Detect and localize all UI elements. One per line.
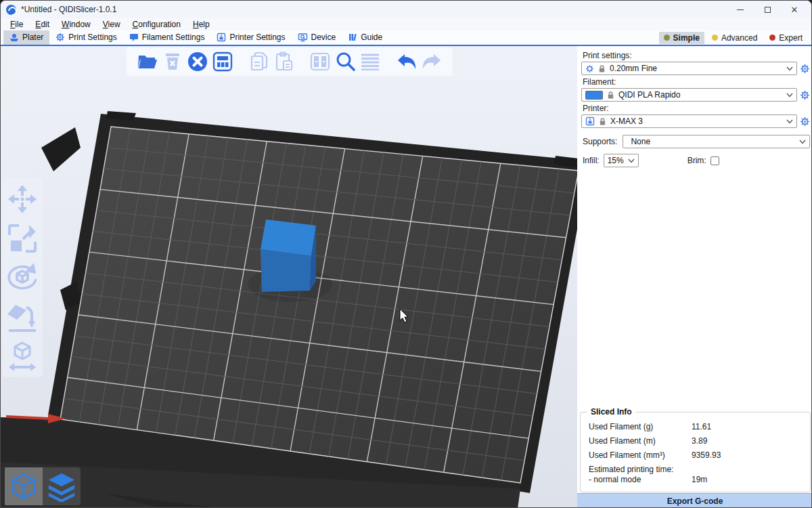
sliced-row-used-m: Used Filament (m) 3.89 [589, 433, 803, 448]
rotate-button[interactable] [6, 262, 39, 293]
mode-expert[interactable]: Expert [765, 32, 807, 44]
brim-checkbox[interactable] [710, 156, 719, 165]
window-title: *Untitled - QIDISlicer-1.0.1 [21, 5, 116, 14]
chevron-down-icon [786, 66, 793, 71]
tab-guide[interactable]: Guide [342, 30, 388, 45]
menu-edit[interactable]: Edit [30, 19, 55, 30]
plater-icon [9, 33, 19, 42]
model-cube[interactable] [261, 219, 316, 292]
layers-list-button[interactable] [359, 50, 382, 73]
split-view-button[interactable] [309, 50, 332, 73]
tab-device[interactable]: Device [292, 30, 342, 45]
layers-stack-icon [46, 471, 77, 502]
infill-value: 15% [608, 156, 624, 165]
mode-simple[interactable]: Simple [659, 32, 704, 44]
close-button[interactable]: ✕ [783, 2, 806, 17]
view-mode-switcher [5, 467, 81, 505]
transform-toolbar [2, 178, 43, 377]
chevron-down-icon [628, 158, 635, 163]
search-button[interactable] [334, 50, 357, 73]
simple-dot-icon [664, 35, 670, 41]
measure-icon [6, 340, 39, 373]
split-view-icon [310, 51, 330, 72]
menu-bar: File Edit Window View Configuration Help [1, 18, 811, 30]
app-logo-icon [6, 5, 16, 15]
tab-filament-settings[interactable]: Filament Settings [123, 30, 211, 45]
filament-color-swatch [585, 91, 603, 100]
chevron-down-icon [786, 93, 793, 98]
menu-file[interactable]: File [5, 19, 28, 30]
settings-panel: Print settings: 0.20mm Fine Filament: QI… [577, 46, 812, 508]
delete-button[interactable] [161, 50, 184, 73]
mode-switcher: Simple Advanced Expert [659, 32, 811, 44]
tab-plater[interactable]: Plater [3, 30, 49, 45]
menu-configuration[interactable]: Configuration [127, 19, 186, 30]
redo-icon [422, 53, 442, 70]
place-on-face-icon [6, 301, 39, 333]
printer-gear-button[interactable] [800, 117, 810, 127]
printer-label: Printer: [577, 102, 812, 114]
chevron-down-icon [786, 119, 793, 124]
move-icon [7, 184, 38, 215]
arrange-icon [212, 51, 233, 72]
device-icon [298, 33, 308, 42]
maximize-button[interactable] [756, 2, 779, 17]
mode-advanced[interactable]: Advanced [707, 32, 762, 44]
export-gcode-button[interactable]: Export G-code [577, 493, 812, 508]
arrange-button[interactable] [211, 50, 234, 73]
filament-select[interactable]: QIDI PLA Rapido [581, 88, 797, 102]
filament-icon [129, 33, 139, 42]
scale-icon [7, 223, 38, 254]
paste-icon [275, 51, 294, 72]
print-settings-gear-button[interactable] [800, 64, 810, 74]
print-settings-value: 0.20mm Fine [610, 64, 782, 73]
preview-layers-button[interactable] [43, 467, 81, 505]
infill-select[interactable]: 15% [604, 154, 639, 167]
move-button[interactable] [6, 184, 39, 215]
measure-button[interactable] [6, 341, 39, 372]
editor-3d-button[interactable] [5, 467, 43, 505]
supports-value: None [627, 137, 795, 146]
search-icon [335, 51, 355, 72]
sliced-info-title: Sliced Info [587, 407, 635, 417]
paste-button[interactable] [273, 50, 296, 73]
printer-icon [217, 33, 226, 42]
menu-view[interactable]: View [97, 19, 126, 30]
sliced-row-estimated-time: Estimated printing time: [589, 462, 803, 474]
menu-window[interactable]: Window [56, 19, 96, 30]
supports-label: Supports: [583, 137, 617, 146]
gear-icon [55, 33, 65, 42]
sliced-row-normal-mode: - normal mode 19m [589, 474, 803, 487]
copy-icon [250, 51, 269, 72]
lock-icon [607, 91, 614, 100]
trash-icon [164, 52, 181, 71]
sliced-info: Sliced Info Used Filament (g) 11.61 Used… [580, 412, 811, 492]
viewport-3d[interactable] [1, 46, 577, 508]
undo-icon [397, 53, 417, 70]
menu-help[interactable]: Help [187, 19, 215, 30]
expert-dot-icon [769, 35, 775, 41]
advanced-dot-icon [712, 35, 718, 41]
delete-all-icon [187, 51, 208, 72]
filament-label: Filament: [577, 75, 812, 88]
redo-button[interactable] [420, 50, 443, 73]
viewport-toolbar [127, 47, 453, 76]
tab-printer-settings[interactable]: Printer Settings [210, 30, 291, 45]
delete-all-button[interactable] [186, 50, 209, 73]
copy-button[interactable] [248, 50, 271, 73]
printer-value: X-MAX 3 [610, 117, 782, 126]
gear-icon [585, 64, 594, 73]
cube-3d-icon [9, 471, 39, 501]
minimize-button[interactable] [729, 2, 752, 17]
open-button[interactable] [136, 50, 159, 73]
printer-icon [585, 117, 595, 126]
tab-bar: Plater Print Settings Filament Settings … [1, 30, 811, 46]
supports-select[interactable]: None [623, 135, 810, 148]
undo-button[interactable] [395, 50, 418, 73]
filament-gear-button[interactable] [800, 90, 810, 100]
print-settings-select[interactable]: 0.20mm Fine [581, 62, 797, 75]
tab-print-settings[interactable]: Print Settings [49, 30, 122, 45]
place-on-face-button[interactable] [6, 301, 39, 333]
scale-button[interactable] [6, 223, 39, 254]
printer-select[interactable]: X-MAX 3 [581, 114, 797, 128]
